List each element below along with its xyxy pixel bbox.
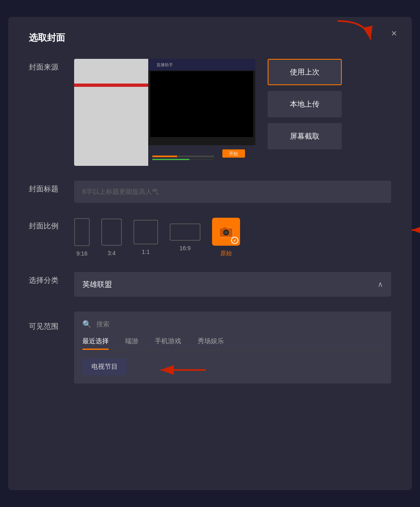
visibility-label: 可见范围 <box>29 312 74 331</box>
svg-rect-0 <box>74 59 148 166</box>
cover-ratio-content: 9:16 3:4 1:1 16:9 <box>74 218 391 257</box>
close-button[interactable]: × <box>391 28 397 38</box>
ratio-3-4[interactable]: 3:4 <box>101 219 122 256</box>
category-value: 英雄联盟 <box>82 279 112 289</box>
cover-title-row: 封面标题 <box>29 181 391 203</box>
ratio-box-16-9 <box>170 223 201 241</box>
svg-rect-10 <box>152 159 189 160</box>
chevron-up-icon: ∧ <box>378 280 383 289</box>
category-row: 选择分类 英雄联盟 ∧ <box>29 272 391 297</box>
cover-source-row: 封面来源 开始 <box>29 59 391 166</box>
ratio-box-1-1 <box>133 220 158 244</box>
cover-source-content: 开始 直播助手 使用上次 本地上传 屏幕截取 <box>74 59 391 166</box>
camera-icon <box>218 224 234 240</box>
search-icon: 🔍 <box>82 320 91 329</box>
tags-area: 电视节目 <box>82 358 383 375</box>
category-label: 选择分类 <box>29 272 74 285</box>
cover-title-content <box>74 181 391 203</box>
ratio-16-9[interactable]: 16:9 <box>170 223 201 251</box>
category-content: 英雄联盟 ∧ <box>74 272 391 297</box>
ratio-original-icon: ✓ <box>212 218 240 246</box>
ratio-box-9-16 <box>74 218 90 246</box>
visibility-panel: 🔍 搜索 <box>74 312 391 384</box>
ratio-box-3-4 <box>101 219 122 246</box>
visibility-content: 🔍 搜索 <box>74 312 391 384</box>
visibility-row: 可见范围 🔍 搜索 <box>29 312 391 384</box>
cover-source-label: 封面来源 <box>29 59 74 72</box>
tab-mobile[interactable]: 手机游戏 <box>155 337 181 350</box>
ratio-label-1-1: 1:1 <box>142 249 149 255</box>
ratio-arrow-annotation <box>408 222 420 238</box>
tab-esports[interactable]: 端游 <box>125 337 138 350</box>
ratio-label-3-4: 3:4 <box>107 250 115 256</box>
use-last-button[interactable]: 使用上次 <box>268 59 342 85</box>
svg-point-15 <box>224 231 228 234</box>
tag-arrow-annotation <box>156 362 210 380</box>
search-bar: 🔍 搜索 <box>82 320 383 329</box>
ratio-label-9-16: 9:16 <box>76 250 87 257</box>
ratio-label-16-9: 16:9 <box>180 245 191 251</box>
thumbnail-svg: 开始 直播助手 <box>74 59 255 166</box>
search-placeholder[interactable]: 搜索 <box>96 320 110 329</box>
visibility-arrow-svg <box>334 17 379 46</box>
ratio-1-1[interactable]: 1:1 <box>133 220 158 255</box>
cover-action-buttons: 使用上次 本地上传 屏幕截取 <box>268 59 342 149</box>
visibility-tabs: 最近选择 端游 手机游戏 秀场娱乐 <box>82 337 383 350</box>
svg-rect-8 <box>152 156 177 157</box>
thumbnail-preview: 开始 直播助手 <box>74 59 255 166</box>
ratio-arrow-svg <box>408 222 420 238</box>
cover-title-input[interactable] <box>74 181 391 203</box>
tag-arrow-svg <box>156 362 210 378</box>
svg-rect-1 <box>74 84 148 87</box>
cover-ratio-label: 封面比例 <box>29 218 74 231</box>
svg-rect-16 <box>223 227 226 229</box>
ratio-options: 9:16 3:4 1:1 16:9 <box>74 218 391 257</box>
checkmark: ✓ <box>231 237 238 244</box>
tag-tv[interactable]: 电视节目 <box>82 358 127 375</box>
svg-rect-3 <box>150 71 253 137</box>
category-select[interactable]: 英雄联盟 ∧ <box>74 272 391 297</box>
tab-show[interactable]: 秀场娱乐 <box>198 337 224 350</box>
ratio-original-label: 原始 <box>220 250 232 257</box>
svg-text:直播助手: 直播助手 <box>156 63 173 67</box>
local-upload-button[interactable]: 本地上传 <box>268 91 342 117</box>
screenshot-button[interactable]: 屏幕截取 <box>268 123 342 149</box>
select-cover-dialog: 选取封面 × 封面来源 开始 <box>8 17 412 490</box>
tab-recent[interactable]: 最近选择 <box>82 337 109 350</box>
svg-text:开始: 开始 <box>229 151 238 156</box>
cover-ratio-row: 封面比例 9:16 3:4 1:1 <box>29 218 391 257</box>
search-arrow-annotation <box>334 17 379 46</box>
ratio-9-16[interactable]: 9:16 <box>74 218 90 257</box>
cover-title-label: 封面标题 <box>29 181 74 194</box>
ratio-original[interactable]: ✓ 原始 <box>212 218 240 257</box>
